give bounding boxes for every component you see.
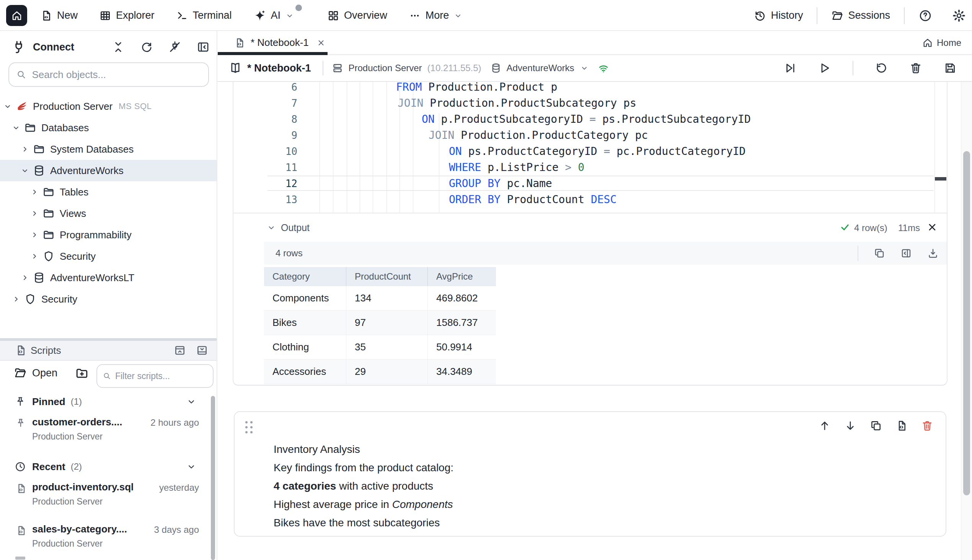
copy-results-icon[interactable] [873,247,885,259]
chevron-right-icon [20,145,30,154]
ai-status-dot [296,5,302,11]
move-up-icon[interactable] [818,420,831,432]
tree-item-databases[interactable]: Databases [0,117,217,138]
cell-avgprice: 469.8602 [428,286,495,310]
delete-cell-icon[interactable] [921,420,934,432]
connect-header: Connect [0,36,217,58]
tree-label: Programmability [60,229,132,241]
nav-more[interactable]: More [409,10,463,22]
chevron-down-icon[interactable] [580,63,589,73]
table-row[interactable]: Bikes 97 1586.737 [264,311,496,335]
tree-item-security-db[interactable]: Security [0,245,217,267]
recent-section-header[interactable]: Recent (2) [0,456,217,477]
panel-divider[interactable] [0,338,217,341]
save-icon[interactable] [944,62,957,75]
duplicate-cell-icon[interactable] [870,420,882,432]
markdown-cell-card[interactable]: Inventory Analysis Key findings from the… [234,411,946,537]
table-row[interactable]: Clothing 35 50.9914 [264,335,496,360]
collapse-all-icon[interactable] [112,40,125,53]
help-button[interactable] [919,9,932,23]
history-button[interactable]: History [754,10,803,22]
convert-to-code-icon[interactable] [895,420,908,432]
home-button[interactable] [6,5,27,26]
download-results-icon[interactable] [927,247,939,259]
sessions-button[interactable]: Sessions [831,10,890,22]
column-header-productcount[interactable]: ProductCount [346,267,428,286]
tree-item-security-server[interactable]: Security [0,288,217,310]
table-row[interactable]: Components 134 469.8602 [264,286,496,311]
nav-overview[interactable]: Overview [327,10,387,22]
object-search[interactable] [8,62,209,87]
sidebar-scrollbar[interactable] [211,396,215,560]
new-folder-button[interactable] [75,367,89,380]
tree-item-programmability[interactable]: Programmability [0,224,217,245]
code-line-13: ORDER BY ProductCount DESC [234,192,934,208]
disconnect-icon[interactable] [169,40,181,53]
tree-item-tables[interactable]: Tables [0,181,217,203]
nav-explorer[interactable]: Explorer [99,10,155,22]
run-all-icon[interactable] [784,62,797,75]
open-side-panel-icon[interactable] [900,247,912,259]
tab-notebook-1[interactable]: * Notebook-1 [218,31,327,54]
scripts-title: Scripts [31,345,61,357]
cell-actions [818,417,934,434]
pin-icon [15,396,26,407]
nav-new[interactable]: New [40,10,78,22]
tree-item-production-server[interactable]: Production Server MS SQL [0,96,217,117]
refresh-icon[interactable] [140,40,153,53]
close-icon[interactable] [316,38,326,47]
nav-terminal[interactable]: Terminal [176,10,232,22]
search-icon [103,371,111,381]
table-row[interactable]: Accessories 29 34.3489 [264,360,496,384]
filter-input[interactable] [115,371,207,382]
folder-icon [42,229,55,241]
move-down-icon[interactable] [844,420,857,432]
folder-open-icon [831,10,843,22]
close-output-icon[interactable] [927,222,937,233]
results-header-row: Category ProductCount AvgPrice [264,267,496,286]
scripts-header: Scripts [0,341,217,361]
cell-productcount: 134 [346,286,428,310]
tree-label: System Databases [50,143,134,155]
app-window: New Explorer Terminal AI Overview [0,0,972,560]
script-item-recent-1[interactable]: product-inventory.sql yesterday Producti… [0,480,217,513]
search-input[interactable] [32,69,201,81]
connection-database[interactable]: AdventureWorks [507,63,575,73]
expand-bottom-icon[interactable] [196,344,208,357]
main-scrollbar-thumb[interactable] [963,151,970,495]
script-item-pinned[interactable]: customer-orders.... 2 hours ago Producti… [0,415,217,448]
script-item-recent-2[interactable]: sales-by-category.... 3 days ago Product… [0,523,217,555]
database-icon [33,165,45,177]
chevron-down-icon[interactable] [266,223,276,233]
results-rows-label: 4 rows [276,248,303,258]
trash-icon[interactable] [909,62,922,75]
folder-icon [24,122,36,134]
nav-ai[interactable]: AI [253,9,295,22]
tree-item-system-databases[interactable]: System Databases [0,138,217,160]
tree-item-views[interactable]: Views [0,203,217,224]
filter-scripts[interactable] [97,364,214,388]
chevron-down-icon [12,123,21,132]
drag-handle-icon[interactable] [245,421,254,436]
collapse-top-icon[interactable] [174,344,186,357]
connection-server[interactable]: Production Server [349,63,422,73]
folder-open-icon [14,367,27,380]
settings-button[interactable] [952,9,966,23]
restart-icon[interactable] [875,62,888,75]
history-icon [754,10,766,22]
tree-item-adventureworkslt[interactable]: AdventureWorksLT [0,267,217,288]
chevron-right-icon [12,295,21,304]
results-grid[interactable]: Category ProductCount AvgPrice Component… [264,267,496,384]
clock-icon [15,461,26,472]
column-header-category[interactable]: Category [264,267,346,286]
run-icon[interactable] [818,62,831,75]
open-script-button[interactable]: Open [14,367,57,380]
home-link[interactable]: Home [922,31,961,54]
sidebar: Connect Production Server MS SQL Databas… [0,31,217,560]
sql-editor[interactable]: 6 7 8 9 10 11 12 13 FROM Production.Prod… [234,82,947,213]
pinned-section-header[interactable]: Pinned (1) [0,391,217,412]
tree-label: Tables [60,186,89,198]
collapse-panel-icon[interactable] [197,40,210,53]
tree-item-adventureworks[interactable]: AdventureWorks [0,160,217,181]
column-header-avgprice[interactable]: AvgPrice [428,267,495,286]
